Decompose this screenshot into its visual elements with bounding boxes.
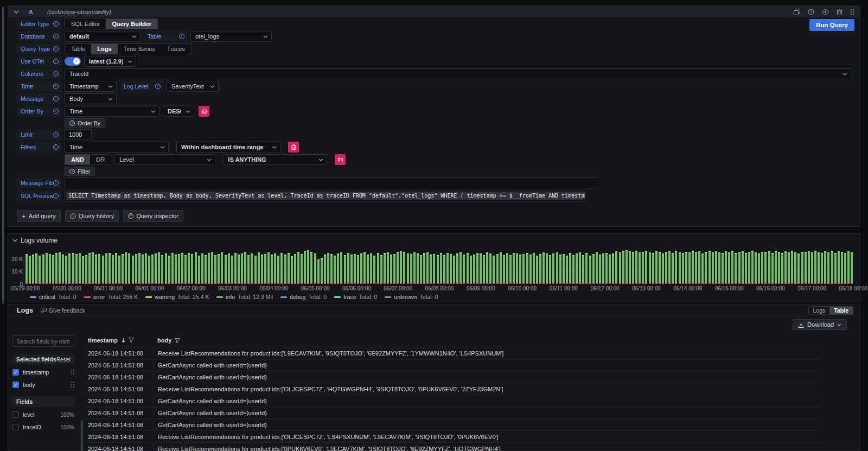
limit-input[interactable] — [65, 129, 92, 140]
remove-query-trash-icon[interactable] — [837, 9, 843, 15]
field-traceID[interactable]: traceID100% — [12, 423, 74, 431]
otel-version-select[interactable]: latest (1.2.9) — [84, 56, 136, 67]
legend-item-debug[interactable]: debugTotal: 0 — [280, 294, 327, 300]
log-table-row[interactable]: 2024-06-18 14:51:08Receive ListRecommend… — [85, 347, 820, 359]
legend-total: Total: 0 — [308, 294, 327, 300]
info-icon[interactable] — [53, 34, 59, 39]
log-table-row[interactable]: 2024-06-18 14:51:08Receive ListRecommend… — [85, 431, 820, 443]
checkbox-checked[interactable] — [12, 369, 19, 376]
filter2-field-select[interactable]: Level — [114, 154, 215, 165]
time-column-select[interactable]: Timestamp — [65, 81, 117, 92]
volume-bar — [526, 253, 528, 284]
selected-field-timestamp[interactable]: timestamp — [12, 368, 74, 377]
logs-volume-header[interactable]: Logs volume — [8, 234, 860, 244]
query-row-header[interactable]: A (clickhouse-observability) — [8, 6, 860, 17]
info-icon[interactable] — [53, 180, 59, 186]
run-query-button[interactable]: Run Query — [809, 19, 854, 31]
download-button[interactable]: Download — [793, 319, 847, 330]
checkbox-checked[interactable] — [12, 382, 19, 388]
log-table-row[interactable]: 2024-06-18 14:51:08GetCartAsync called w… — [85, 359, 820, 371]
info-icon[interactable] — [155, 84, 161, 89]
filter-operator-or[interactable]: OR — [90, 155, 111, 164]
remove-filter1-button[interactable] — [288, 142, 299, 153]
checkbox-unchecked[interactable] — [12, 411, 19, 418]
info-icon[interactable] — [179, 34, 184, 39]
add-filter-button[interactable]: Filter — [65, 167, 95, 176]
sort-desc-icon[interactable] — [121, 338, 126, 343]
filter1-field-select[interactable]: Time — [65, 142, 169, 153]
info-icon[interactable] — [53, 71, 59, 77]
order-by-direction-select[interactable]: DESC — [163, 106, 194, 117]
add-order-by-button[interactable]: Order By — [65, 118, 105, 128]
query-type-logs[interactable]: Logs — [91, 44, 117, 54]
remove-filter2-button[interactable] — [335, 154, 346, 165]
query-type-time-series[interactable]: Time Series — [118, 44, 161, 54]
filter2-value-select[interactable]: IS ANYTHING — [223, 154, 327, 165]
log-table-row[interactable]: 2024-06-18 14:51:08Receive ListRecommend… — [85, 443, 820, 451]
query-history-button[interactable]: Query history — [65, 210, 119, 222]
log-table-row[interactable]: 2024-06-18 14:51:08GetCartAsync called w… — [85, 395, 820, 407]
volume-bar — [277, 256, 279, 284]
legend-item-unknown[interactable]: unknownTotal: 0 — [385, 294, 438, 300]
query-inspector-button[interactable]: Query inspector — [123, 210, 183, 222]
duplicate-query-icon[interactable] — [794, 9, 800, 15]
info-icon[interactable] — [53, 144, 59, 150]
legend-item-info[interactable]: infoTotal: 12.3 Mil — [216, 294, 273, 300]
reset-fields-link[interactable]: Reset — [56, 357, 71, 363]
filter1-value-select[interactable]: Within dashboard time range — [176, 142, 280, 153]
sidebar-scrollbar[interactable] — [81, 420, 83, 451]
info-icon[interactable] — [53, 46, 59, 52]
info-icon[interactable] — [53, 132, 59, 137]
legend-item-trace[interactable]: traceTotal: 0 — [334, 294, 377, 300]
volume-bar — [397, 252, 399, 284]
info-icon[interactable] — [53, 21, 59, 27]
info-icon[interactable] — [53, 96, 59, 101]
database-select[interactable]: default — [65, 31, 141, 42]
query-history-icon[interactable] — [808, 9, 814, 15]
editor-type-sql-editor[interactable]: SQL Editor — [65, 19, 106, 29]
drag-handle-icon[interactable] — [71, 382, 74, 389]
info-icon[interactable] — [53, 59, 59, 64]
drag-handle-icon[interactable] — [850, 9, 854, 15]
hide-response-eye-icon[interactable] — [822, 9, 829, 15]
message-column-select[interactable]: Body — [65, 93, 117, 104]
column-header-timestamp[interactable]: timestamp — [85, 337, 153, 344]
volume-bar — [344, 255, 346, 284]
filter-operator-and[interactable]: AND — [65, 155, 90, 164]
info-icon[interactable] — [53, 84, 59, 89]
use-otel-toggle[interactable] — [65, 57, 81, 66]
view-toggle-table[interactable]: Table — [829, 307, 853, 314]
page-scrollbar[interactable] — [2, 7, 4, 304]
filter-funnel-icon[interactable] — [175, 338, 180, 343]
checkbox-unchecked[interactable] — [12, 424, 19, 430]
drag-handle-icon[interactable] — [71, 369, 74, 376]
query-type-table[interactable]: Table — [65, 44, 91, 54]
field-level[interactable]: level100% — [12, 410, 74, 419]
table-select[interactable]: otel_logs — [190, 31, 272, 42]
search-fields-input[interactable] — [12, 335, 74, 347]
log-table-row[interactable]: 2024-06-18 14:51:08Receive ListRecommend… — [85, 383, 820, 395]
editor-type-query-builder[interactable]: Query Builder — [106, 19, 157, 29]
log-level-column-select[interactable]: SeverityText — [167, 81, 219, 92]
info-icon[interactable] — [53, 193, 59, 199]
selected-field-body[interactable]: body — [12, 380, 74, 389]
legend-item-warning[interactable]: warningTotal: 25.4 K — [145, 294, 209, 300]
remove-order-by-button[interactable] — [199, 106, 209, 117]
filter-funnel-icon[interactable] — [129, 338, 134, 343]
add-query-button[interactable]: +Add query — [17, 210, 61, 222]
column-header-body[interactable]: body — [153, 337, 820, 344]
volume-bar — [781, 253, 783, 284]
query-type-traces[interactable]: Traces — [161, 44, 191, 54]
columns-multiselect[interactable]: TraceId — [65, 68, 851, 79]
legend-item-error[interactable]: errorTotal: 255 K — [84, 294, 138, 300]
log-table-row[interactable]: 2024-06-18 14:51:08GetCartAsync called w… — [85, 419, 820, 431]
message-filter-input[interactable] — [65, 177, 596, 188]
view-toggle-logs[interactable]: Logs — [809, 307, 830, 314]
info-icon[interactable] — [53, 109, 59, 114]
give-feedback-link[interactable]: Give feedback — [41, 307, 85, 314]
log-table-row[interactable]: 2024-06-18 14:51:08GetCartAsync called w… — [85, 371, 820, 383]
order-by-field-select[interactable]: Time — [65, 106, 159, 117]
collapse-query-icon[interactable] — [14, 10, 19, 14]
log-table-row[interactable]: 2024-06-18 14:51:08GetCartAsync called w… — [85, 407, 820, 419]
legend-item-critical[interactable]: criticalTotal: 0 — [30, 294, 76, 300]
